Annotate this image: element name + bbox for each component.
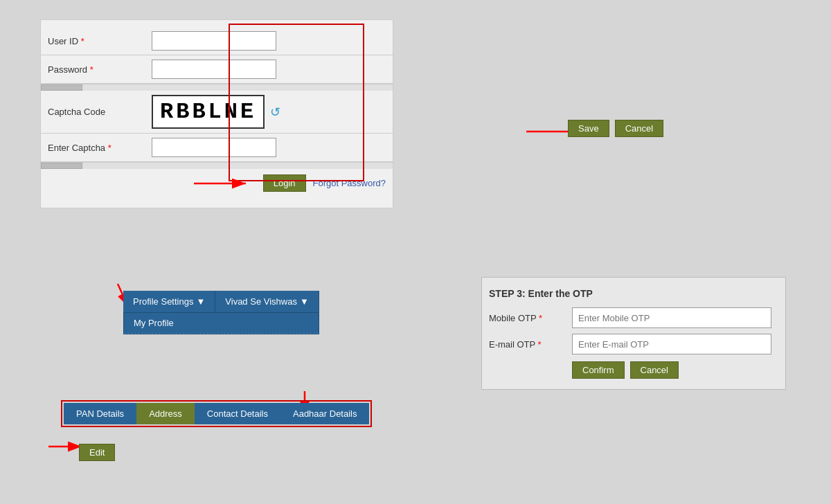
password-label: Password * <box>48 64 152 75</box>
tab-pan-details[interactable]: PAN Details <box>64 403 136 424</box>
nav-bar: Profile Settings ▼ Vivad Se Vishwas ▼ <box>123 291 319 312</box>
vivad-se-vishwas-menu[interactable]: Vivad Se Vishwas ▼ <box>215 291 319 312</box>
captcha-input[interactable] <box>152 138 276 157</box>
login-button[interactable]: Login <box>263 174 306 192</box>
scrollbar-h-2[interactable] <box>41 162 393 169</box>
tabs-section: PAN Details Address Contact Details Aadh… <box>61 400 372 427</box>
mobile-otp-required: * <box>539 313 542 323</box>
otp-title: STEP 3: Enter the OTP <box>489 288 771 299</box>
password-input-area <box>152 60 386 79</box>
captcha-refresh-icon[interactable]: ↺ <box>270 105 280 120</box>
cancel-button-top[interactable]: Cancel <box>615 120 663 137</box>
scrollbar-thumb-1[interactable] <box>41 84 82 91</box>
email-otp-required: * <box>538 339 542 350</box>
mobile-otp-row: Mobile OTP * <box>489 307 771 328</box>
userid-input[interactable] <box>152 31 276 51</box>
scrollbar-thumb-2[interactable] <box>41 163 82 169</box>
scrollbar-h-1[interactable] <box>41 84 393 91</box>
save-button[interactable]: Save <box>568 120 609 137</box>
captcha-required: * <box>108 143 111 153</box>
enter-captcha-label: Enter Captcha * <box>48 143 152 153</box>
tabs-bar: PAN Details Address Contact Details Aadh… <box>64 403 369 424</box>
profile-settings-dropdown-icon: ▼ <box>196 296 205 307</box>
userid-input-area <box>152 31 386 51</box>
captcha-display-area: RBBLNE ↺ <box>152 95 386 129</box>
edit-button[interactable]: Edit <box>79 444 115 461</box>
tab-aadhaar-details[interactable]: Aadhaar Details <box>280 403 370 424</box>
save-cancel-area: Save Cancel <box>568 120 663 137</box>
cancel-button-otp[interactable]: Cancel <box>630 361 679 379</box>
vivad-dropdown-icon: ▼ <box>300 296 309 307</box>
profile-settings-menu[interactable]: Profile Settings ▼ <box>123 291 215 312</box>
my-profile-item[interactable]: My Profile <box>124 313 319 334</box>
otp-section: STEP 3: Enter the OTP Mobile OTP * E-mai… <box>481 277 786 390</box>
password-input[interactable] <box>152 60 276 79</box>
userid-required: * <box>81 36 84 46</box>
profile-dropdown-menu: My Profile <box>123 312 319 334</box>
login-arrow <box>187 170 256 197</box>
mobile-otp-label: Mobile OTP * <box>489 313 572 323</box>
enter-captcha-row: Enter Captcha * <box>41 134 393 162</box>
profile-settings-label: Profile Settings <box>133 296 193 307</box>
email-otp-label: E-mail OTP * <box>489 339 572 350</box>
email-otp-input[interactable] <box>572 334 771 354</box>
password-row: Password * <box>41 55 393 84</box>
captcha-input-area <box>152 138 386 157</box>
otp-button-row: Confirm Cancel <box>572 361 771 379</box>
mobile-otp-input[interactable] <box>572 307 771 328</box>
password-required: * <box>90 64 93 75</box>
edit-button-area: Edit <box>79 444 115 461</box>
tab-address[interactable]: Address <box>136 403 195 424</box>
forgot-password-link[interactable]: Forgot Password? <box>313 178 386 188</box>
email-otp-row: E-mail OTP * <box>489 334 771 354</box>
captcha-image: RBBLNE <box>152 95 265 129</box>
profile-menu-section: Profile Settings ▼ Vivad Se Vishwas ▼ My… <box>123 291 319 334</box>
confirm-button[interactable]: Confirm <box>572 361 625 379</box>
userid-row: User ID * <box>41 27 393 55</box>
tab-contact-details[interactable]: Contact Details <box>195 403 280 424</box>
captcha-display-row: Captcha Code RBBLNE ↺ <box>41 91 393 134</box>
vivad-se-vishwas-label: Vivad Se Vishwas <box>225 296 297 307</box>
captcha-label: Captcha Code <box>48 107 152 117</box>
userid-label: User ID * <box>48 36 152 46</box>
